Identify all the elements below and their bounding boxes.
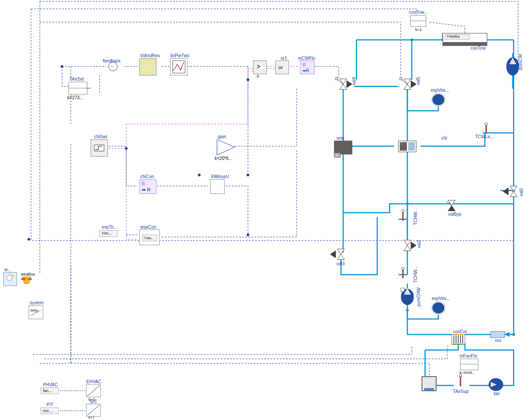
expVesCW-block[interactable]: [432, 93, 445, 106]
mFanFlo-block[interactable]: [460, 359, 478, 370]
svg-point-76: [485, 123, 487, 125]
svg-text:e...: e...: [336, 153, 340, 157]
chi-block[interactable]: [398, 141, 416, 152]
svg-text:or: or: [279, 65, 283, 70]
svg-text:B: B: [302, 62, 306, 67]
TCWLe-label: TCWLe...: [475, 134, 494, 139]
res-block[interactable]: [491, 331, 509, 338]
svg-point-6: [27, 238, 30, 241]
svg-marker-56: [340, 79, 347, 84]
KMinusU-block[interactable]: [210, 179, 224, 194]
svg-rect-20: [94, 145, 104, 151]
svg-marker-57: [340, 84, 347, 89]
pumCW-block[interactable]: [507, 58, 519, 75]
feedback-block[interactable]: −: [108, 62, 117, 71]
svg-rect-60: [336, 78, 338, 80]
system-block[interactable]: def|g: [29, 306, 43, 319]
val3-label: val3: [337, 261, 344, 266]
svg-point-5: [61, 65, 63, 68]
svg-rect-73: [408, 142, 415, 151]
expVesCHW-block[interactable]: [432, 302, 445, 314]
svg-text:B: B: [142, 181, 145, 186]
gain-k-label: k=20*6...: [215, 156, 232, 161]
TCWLe-sensor[interactable]: [483, 123, 490, 134]
svg-marker-81: [448, 206, 455, 211]
roo-label: roo....: [43, 408, 53, 413]
TCHW-sensor-2[interactable]: [402, 267, 404, 278]
fan-text-label: fan....: [43, 389, 53, 393]
mCWFlo-block[interactable]: B ➡R: [300, 61, 314, 74]
valByp-block[interactable]: [446, 200, 455, 211]
greater-block[interactable]: > 0: [253, 61, 267, 78]
pumCW-label: pumCW: [518, 54, 523, 70]
cooCoi-label: cooCoi: [453, 329, 467, 334]
ehvac-label: EHVAC: [86, 379, 101, 384]
triAndRes-block[interactable]: [139, 58, 156, 75]
pit-label: PIT: [46, 402, 54, 407]
val1-block[interactable]: [404, 240, 416, 251]
svg-marker-78: [510, 191, 517, 197]
val6-block[interactable]: [503, 186, 517, 197]
svg-rect-106: [491, 331, 505, 338]
room-block[interactable]: [422, 377, 436, 391]
triAndRes-label: triAndRes: [140, 53, 160, 58]
svg-marker-62: [404, 84, 411, 89]
cooCoi-block[interactable]: [452, 334, 465, 344]
TAirSet-k-label: k=273...: [67, 95, 83, 100]
cooTow-k-label: k=1: [415, 27, 422, 32]
val5-label: val5: [416, 77, 421, 85]
cooTow-const-label: cooTow...: [409, 10, 428, 15]
svg-rect-68: [334, 141, 352, 154]
svg-point-84: [402, 210, 404, 212]
gain-block[interactable]: [217, 140, 235, 155]
svg-marker-90: [330, 251, 336, 258]
expTo-label: expTo...: [102, 225, 117, 229]
chi-label: chi: [441, 136, 447, 140]
fan-block[interactable]: [489, 378, 503, 391]
svg-text:0: 0: [257, 74, 259, 78]
wseCon-block[interactable]: TWe...: [139, 229, 159, 245]
chiCon-block[interactable]: B ➡ R: [139, 179, 156, 194]
or1-label: or1: [281, 56, 287, 61]
svg-text:TWe...: TWe...: [144, 236, 154, 240]
TAirSet-label: TAirSet: [70, 77, 84, 82]
svg-point-7: [410, 39, 413, 41]
pumCHW-label: pumCHW: [416, 288, 421, 307]
val4-block[interactable]: [336, 78, 352, 89]
linPieTwo-block[interactable]: [170, 58, 187, 75]
val5-block[interactable]: [400, 78, 416, 89]
TAirSet-block[interactable]: [69, 82, 91, 94]
ehvac-block[interactable]: [86, 385, 101, 397]
svg-marker-80: [448, 200, 455, 206]
svg-point-3: [198, 174, 201, 176]
TWetBul-label: TWetBul: [446, 35, 460, 39]
val3-block[interactable]: [330, 249, 344, 260]
cooTow-const-block[interactable]: [410, 16, 426, 27]
svg-marker-79: [503, 188, 508, 195]
svg-point-12: [406, 309, 409, 311]
pumCHW-block[interactable]: [401, 288, 414, 305]
valByp-label: valByp: [448, 212, 461, 217]
svg-text:def|g: def|g: [30, 308, 38, 312]
weaBus2-label: we...us: [21, 277, 32, 281]
svg-marker-85: [404, 240, 411, 245]
or-block[interactable]: or: [275, 61, 289, 74]
TAirSup-sensor[interactable]: [459, 374, 462, 386]
svg-marker-61: [404, 79, 411, 84]
weather-block[interactable]: [4, 272, 17, 286]
svg-point-92: [402, 267, 404, 270]
svg-point-9: [406, 202, 409, 205]
svg-marker-86: [404, 245, 411, 251]
phvac-label: PHVAC: [43, 382, 58, 387]
cooTow2-label: cooTow: [471, 46, 486, 51]
chiSwi-label: chiSwi: [94, 134, 107, 139]
TCHW1-label: TCHW...: [413, 208, 418, 225]
fan-block-label: fan: [494, 391, 500, 396]
chiSwi-block[interactable]: [91, 140, 108, 156]
svg-marker-21: [217, 140, 235, 155]
gain-label: gain: [218, 134, 226, 139]
svg-marker-89: [337, 254, 344, 260]
svg-rect-95: [401, 288, 404, 292]
svg-point-1: [247, 174, 249, 176]
eit-block[interactable]: [86, 404, 101, 416]
